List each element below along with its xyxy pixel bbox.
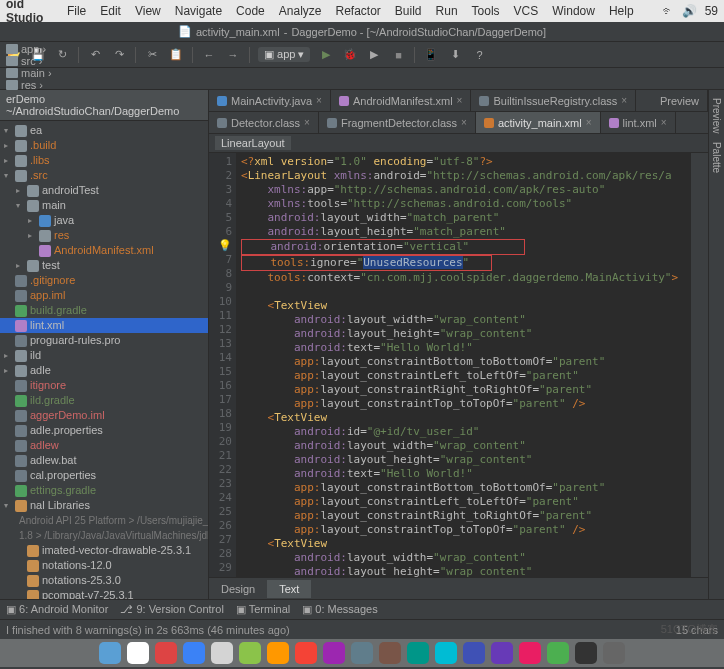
dock-app[interactable] bbox=[463, 642, 485, 664]
dock-app[interactable] bbox=[267, 642, 289, 664]
tree-node[interactable]: adlew bbox=[0, 438, 208, 453]
dock-app[interactable] bbox=[183, 642, 205, 664]
tree-node[interactable]: ▸res bbox=[0, 228, 208, 243]
editor-tab[interactable]: activity_main.xml× bbox=[476, 112, 601, 133]
tool-terminal[interactable]: ▣ Terminal bbox=[236, 603, 290, 616]
dock-app[interactable] bbox=[211, 642, 233, 664]
tree-node[interactable]: ▸.libs bbox=[0, 153, 208, 168]
tree-node[interactable]: proguard-rules.pro bbox=[0, 333, 208, 348]
forward-icon[interactable]: → bbox=[225, 47, 241, 63]
scrollbar-markers[interactable] bbox=[690, 153, 708, 577]
tree-node[interactable]: notations-25.3.0 bbox=[0, 573, 208, 588]
editor-tab[interactable]: FragmentDetector.class× bbox=[319, 112, 476, 133]
code-editor[interactable]: <?xml version="1.0" encoding="utf-8"?><L… bbox=[237, 153, 690, 577]
avd-icon[interactable]: 📱 bbox=[423, 47, 439, 63]
menu-refactor[interactable]: Refactor bbox=[336, 4, 381, 18]
tree-node[interactable]: ▸adle bbox=[0, 363, 208, 378]
breadcrumb-item[interactable]: app › bbox=[6, 43, 105, 55]
project-tree[interactable]: ▾ea▸.build▸.libs▾.src▸androidTest▾main▸j… bbox=[0, 121, 208, 599]
tree-node[interactable]: imated-vector-drawable-25.3.1 bbox=[0, 543, 208, 558]
dock-app[interactable] bbox=[491, 642, 513, 664]
back-icon[interactable]: ← bbox=[201, 47, 217, 63]
dock-app[interactable] bbox=[435, 642, 457, 664]
tree-node[interactable]: 1.8 > /Library/Java/JavaVirtualMachines/… bbox=[0, 528, 208, 543]
dock-app[interactable] bbox=[547, 642, 569, 664]
menu-code[interactable]: Code bbox=[236, 4, 265, 18]
macos-dock[interactable] bbox=[0, 639, 724, 667]
dock-app[interactable] bbox=[379, 642, 401, 664]
menu-help[interactable]: Help bbox=[609, 4, 634, 18]
tree-node[interactable]: aggerDemo.iml bbox=[0, 408, 208, 423]
menu-analyze[interactable]: Analyze bbox=[279, 4, 322, 18]
tree-node[interactable]: .gitignore bbox=[0, 273, 208, 288]
editor-tab[interactable]: MainActivity.java× bbox=[209, 90, 331, 111]
breadcrumb-item[interactable]: src › bbox=[6, 55, 105, 67]
tool-messages[interactable]: ▣ 0: Messages bbox=[302, 603, 377, 616]
tree-node[interactable]: notations-12.0 bbox=[0, 558, 208, 573]
dock-app[interactable] bbox=[519, 642, 541, 664]
tab-design[interactable]: Design bbox=[209, 580, 267, 598]
breadcrumb-item[interactable]: res › bbox=[6, 79, 105, 91]
stop-icon[interactable]: ■ bbox=[390, 47, 406, 63]
tree-node[interactable]: build.gradle bbox=[0, 303, 208, 318]
dock-app[interactable] bbox=[295, 642, 317, 664]
wifi-icon[interactable]: ᯤ bbox=[662, 4, 674, 18]
tree-node[interactable]: pcompat-v7-25.3.1 bbox=[0, 588, 208, 599]
tree-node[interactable]: cal.properties bbox=[0, 468, 208, 483]
help-icon[interactable]: ? bbox=[471, 47, 487, 63]
code-gutter[interactable]: 1 2 3 4 5 6💡 7 8 9 10 11 12 13 14 15 16 … bbox=[209, 153, 237, 577]
dock-app[interactable] bbox=[323, 642, 345, 664]
attach-icon[interactable]: ▶ bbox=[366, 47, 382, 63]
tree-node[interactable]: ▾nal Libraries bbox=[0, 498, 208, 513]
dock-app[interactable] bbox=[407, 642, 429, 664]
tree-node[interactable]: lint.xml bbox=[0, 318, 208, 333]
editor-tab[interactable]: Detector.class× bbox=[209, 112, 319, 133]
close-icon[interactable]: × bbox=[586, 117, 592, 128]
redo-icon[interactable]: ↷ bbox=[111, 47, 127, 63]
editor-tab[interactable]: lint.xml× bbox=[601, 112, 676, 133]
breadcrumb-chip[interactable]: LinearLayout bbox=[215, 136, 291, 150]
dock-app[interactable] bbox=[127, 642, 149, 664]
sdk-icon[interactable]: ⬇ bbox=[447, 47, 463, 63]
menu-run[interactable]: Run bbox=[436, 4, 458, 18]
tree-node[interactable]: ▸ild bbox=[0, 348, 208, 363]
volume-icon[interactable]: 🔊 bbox=[682, 4, 697, 18]
dock-app[interactable] bbox=[351, 642, 373, 664]
tool-version-control[interactable]: ⎇ 9: Version Control bbox=[120, 603, 224, 616]
close-icon[interactable]: × bbox=[457, 95, 463, 106]
preview-tab[interactable]: Preview bbox=[652, 90, 708, 111]
breadcrumb-item[interactable]: main › bbox=[6, 67, 105, 79]
debug-icon[interactable]: 🐞 bbox=[342, 47, 358, 63]
tree-node[interactable]: ▾.src bbox=[0, 168, 208, 183]
menu-window[interactable]: Window bbox=[552, 4, 595, 18]
dock-app[interactable] bbox=[155, 642, 177, 664]
tree-node[interactable]: ▾main bbox=[0, 198, 208, 213]
copy-icon[interactable]: 📋 bbox=[168, 47, 184, 63]
menu-build[interactable]: Build bbox=[395, 4, 422, 18]
dock-app[interactable] bbox=[239, 642, 261, 664]
tool-android-monitor[interactable]: ▣ 6: Android Monitor bbox=[6, 603, 108, 616]
tree-node[interactable]: Android API 25 Platform > /Users/mujiaji… bbox=[0, 513, 208, 528]
editor-tab[interactable]: BuiltinIssueRegistry.class× bbox=[471, 90, 636, 111]
menu-vcs[interactable]: VCS bbox=[514, 4, 539, 18]
close-icon[interactable]: × bbox=[621, 95, 627, 106]
tree-node[interactable]: app.iml bbox=[0, 288, 208, 303]
tree-node[interactable]: AndroidManifest.xml bbox=[0, 243, 208, 258]
dock-app[interactable] bbox=[575, 642, 597, 664]
dock-app[interactable] bbox=[99, 642, 121, 664]
close-icon[interactable]: × bbox=[316, 95, 322, 106]
menu-file[interactable]: File bbox=[67, 4, 86, 18]
dock-app[interactable] bbox=[603, 642, 625, 664]
run-icon[interactable]: ▶ bbox=[318, 47, 334, 63]
tree-node[interactable]: ▸java bbox=[0, 213, 208, 228]
menu-view[interactable]: View bbox=[135, 4, 161, 18]
close-icon[interactable]: × bbox=[304, 117, 310, 128]
menu-navigate[interactable]: Navigate bbox=[175, 4, 222, 18]
tree-node[interactable]: ild.gradle bbox=[0, 393, 208, 408]
run-configuration[interactable]: ▣ app ▾ bbox=[258, 47, 310, 62]
cut-icon[interactable]: ✂ bbox=[144, 47, 160, 63]
tree-node[interactable]: ▸test bbox=[0, 258, 208, 273]
close-icon[interactable]: × bbox=[461, 117, 467, 128]
tree-node[interactable]: ▾ea bbox=[0, 123, 208, 138]
preview-toggle[interactable]: Preview Palette bbox=[708, 90, 724, 599]
